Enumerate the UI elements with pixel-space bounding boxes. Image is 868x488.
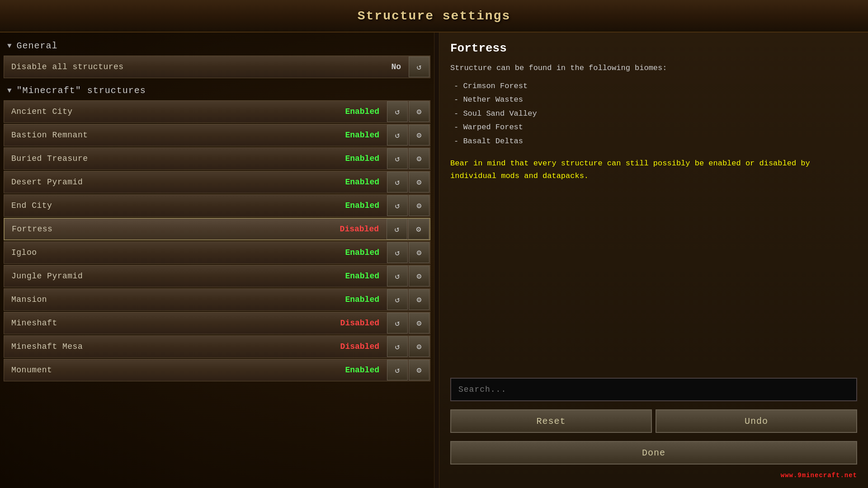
structure-row-monument[interactable]: Monument Enabled ↺ ⚙ — [4, 359, 430, 381]
structure-label-jungle-pyramid: Jungle Pyramid — [4, 272, 332, 281]
bottom-buttons: Reset Undo — [450, 409, 857, 433]
structure-label-end-city: End City — [4, 201, 332, 210]
search-input[interactable] — [450, 378, 857, 401]
biome-list: - Crimson Forest- Nether Wastes- Soul Sa… — [450, 80, 857, 149]
structure-row-fortress[interactable]: Fortress Disabled ↺ ⚙ — [4, 218, 430, 240]
page-title: Structure settings — [358, 9, 510, 23]
structure-rows-container: Ancient City Enabled ↺ ⚙ Bastion Remnant… — [0, 100, 434, 381]
structure-row-mineshaft-mesa[interactable]: Mineshaft Mesa Disabled ↺ ⚙ — [4, 335, 430, 358]
structure-reset-igloo[interactable]: ↺ — [387, 242, 408, 263]
structure-label-mineshaft: Mineshaft — [4, 319, 332, 328]
structure-settings-bastion-remnant[interactable]: ⚙ — [409, 125, 429, 145]
reset-button[interactable]: Reset — [450, 409, 652, 433]
general-arrow-icon: ▼ — [7, 42, 12, 50]
disable-all-label: Disable all structures — [4, 62, 354, 71]
structure-row-mansion[interactable]: Mansion Enabled ↺ ⚙ — [4, 288, 430, 311]
structure-settings-ancient-city[interactable]: ⚙ — [409, 101, 429, 122]
structure-value-desert-pyramid: Enabled — [332, 178, 387, 187]
done-button[interactable]: Done — [450, 441, 857, 465]
general-section-header: ▼ General — [0, 37, 434, 55]
structure-label-bastion-remnant: Bastion Remnant — [4, 131, 332, 140]
structure-settings-mineshaft[interactable]: ⚙ — [409, 313, 429, 333]
structure-value-mineshaft-mesa: Disabled — [332, 342, 387, 351]
biome-list-item: - Soul Sand Valley — [454, 107, 857, 121]
structure-reset-jungle-pyramid[interactable]: ↺ — [387, 266, 408, 286]
structure-value-mansion: Enabled — [332, 295, 387, 304]
structure-row-igloo[interactable]: Igloo Enabled ↺ ⚙ — [4, 241, 430, 264]
structure-value-buried-treasure: Enabled — [332, 154, 387, 163]
structure-reset-ancient-city[interactable]: ↺ — [387, 101, 408, 122]
structure-value-fortress: Disabled — [332, 225, 386, 234]
structure-label-buried-treasure: Buried Treasure — [4, 154, 332, 163]
structure-reset-mansion[interactable]: ↺ — [387, 289, 408, 310]
minecraft-section-label: "Minecraft" structures — [17, 85, 146, 96]
structure-settings-mineshaft-mesa[interactable]: ⚙ — [409, 336, 429, 357]
structure-settings-desert-pyramid[interactable]: ⚙ — [409, 172, 429, 192]
structure-settings-buried-treasure[interactable]: ⚙ — [409, 148, 429, 169]
biome-list-item: - Crimson Forest — [454, 80, 857, 94]
undo-button[interactable]: Undo — [656, 409, 857, 433]
biome-list-item: - Basalt Deltas — [454, 135, 857, 149]
structure-reset-mineshaft-mesa[interactable]: ↺ — [387, 336, 408, 357]
structure-reset-bastion-remnant[interactable]: ↺ — [387, 125, 408, 145]
structure-value-mineshaft: Disabled — [332, 319, 387, 328]
biome-list-item: - Nether Wastes — [454, 93, 857, 107]
structure-value-bastion-remnant: Enabled — [332, 131, 387, 140]
structure-row-bastion-remnant[interactable]: Bastion Remnant Enabled ↺ ⚙ — [4, 124, 430, 146]
structure-value-ancient-city: Enabled — [332, 107, 387, 116]
scrollbar[interactable] — [434, 33, 439, 488]
structure-value-monument: Enabled — [332, 366, 387, 375]
general-section-label: General — [17, 41, 58, 51]
structure-row-jungle-pyramid[interactable]: Jungle Pyramid Enabled ↺ ⚙ — [4, 265, 430, 287]
content-area: ▼ General Disable all structures No ↺ ▼ … — [0, 33, 868, 488]
structure-label-desert-pyramid: Desert Pyramid — [4, 178, 332, 187]
structure-reset-mineshaft[interactable]: ↺ — [387, 313, 408, 333]
structure-label-fortress: Fortress — [5, 225, 332, 234]
info-warning: Bear in mind that every structure can st… — [450, 157, 857, 182]
disable-all-reset-btn[interactable]: ↺ — [409, 56, 429, 77]
top-bar: Structure settings — [0, 0, 868, 33]
structure-value-igloo: Enabled — [332, 248, 387, 257]
disable-all-structures-row[interactable]: Disable all structures No ↺ — [4, 56, 430, 78]
info-title: Fortress — [450, 42, 857, 55]
structure-reset-monument[interactable]: ↺ — [387, 360, 408, 380]
structure-reset-desert-pyramid[interactable]: ↺ — [387, 172, 408, 192]
structure-row-buried-treasure[interactable]: Buried Treasure Enabled ↺ ⚙ — [4, 147, 430, 170]
structure-label-igloo: Igloo — [4, 248, 332, 257]
biome-list-item: - Warped Forest — [454, 121, 857, 135]
info-panel: Fortress Structure can be found in the f… — [439, 33, 868, 488]
minecraft-arrow-icon: ▼ — [7, 87, 12, 95]
settings-panel[interactable]: ▼ General Disable all structures No ↺ ▼ … — [0, 33, 434, 488]
structure-value-end-city: Enabled — [332, 201, 387, 210]
structure-label-mansion: Mansion — [4, 295, 332, 304]
structure-settings-igloo[interactable]: ⚙ — [409, 242, 429, 263]
structure-label-monument: Monument — [4, 366, 332, 375]
structure-row-mineshaft[interactable]: Mineshaft Disabled ↺ ⚙ — [4, 312, 430, 334]
structure-row-ancient-city[interactable]: Ancient City Enabled ↺ ⚙ — [4, 100, 430, 123]
structure-row-desert-pyramid[interactable]: Desert Pyramid Enabled ↺ ⚙ — [4, 171, 430, 193]
structure-settings-jungle-pyramid[interactable]: ⚙ — [409, 266, 429, 286]
structure-reset-fortress[interactable]: ↺ — [387, 219, 407, 239]
structure-settings-mansion[interactable]: ⚙ — [409, 289, 429, 310]
minecraft-section-header: ▼ "Minecraft" structures — [0, 82, 434, 99]
structure-reset-buried-treasure[interactable]: ↺ — [387, 148, 408, 169]
info-biomes-intro: Structure can be found in the following … — [450, 62, 857, 74]
structure-settings-end-city[interactable]: ⚙ — [409, 195, 429, 216]
structure-row-end-city[interactable]: End City Enabled ↺ ⚙ — [4, 194, 430, 217]
structure-reset-end-city[interactable]: ↺ — [387, 195, 408, 216]
structure-value-jungle-pyramid: Enabled — [332, 272, 387, 281]
watermark: www.9minecraft.net — [450, 472, 857, 479]
structure-label-ancient-city: Ancient City — [4, 107, 332, 116]
structure-settings-fortress[interactable]: ⚙ — [408, 219, 429, 239]
disable-all-value: No — [354, 62, 408, 71]
structure-label-mineshaft-mesa: Mineshaft Mesa — [4, 342, 332, 351]
structure-settings-monument[interactable]: ⚙ — [409, 360, 429, 380]
